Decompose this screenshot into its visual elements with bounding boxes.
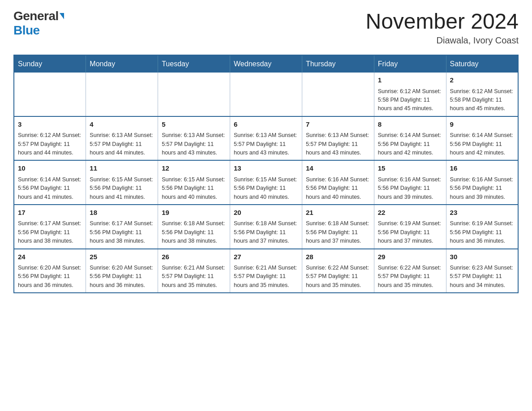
day-number: 8 <box>378 120 442 130</box>
day-info: Sunrise: 6:12 AM Sunset: 5:58 PM Dayligh… <box>378 87 442 113</box>
day-info: Sunrise: 6:12 AM Sunset: 5:57 PM Dayligh… <box>18 131 82 157</box>
day-number: 6 <box>234 120 298 130</box>
day-info: Sunrise: 6:13 AM Sunset: 5:57 PM Dayligh… <box>90 131 154 157</box>
calendar-week-row: 17Sunrise: 6:17 AM Sunset: 5:56 PM Dayli… <box>14 205 518 249</box>
table-row: 28Sunrise: 6:22 AM Sunset: 5:57 PM Dayli… <box>302 249 374 293</box>
table-row: 26Sunrise: 6:21 AM Sunset: 5:57 PM Dayli… <box>158 249 230 293</box>
day-info: Sunrise: 6:23 AM Sunset: 5:57 PM Dayligh… <box>450 264 514 290</box>
day-number: 27 <box>234 252 298 262</box>
table-row: 1Sunrise: 6:12 AM Sunset: 5:58 PM Daylig… <box>374 73 446 116</box>
logo-arrow-icon <box>60 13 64 19</box>
day-number: 2 <box>450 75 514 86</box>
table-row <box>14 73 86 116</box>
day-info: Sunrise: 6:22 AM Sunset: 5:57 PM Dayligh… <box>306 264 370 290</box>
table-row: 8Sunrise: 6:14 AM Sunset: 5:56 PM Daylig… <box>374 116 446 161</box>
month-title: November 2024 <box>365 9 519 34</box>
table-row: 27Sunrise: 6:21 AM Sunset: 5:57 PM Dayli… <box>230 249 302 293</box>
day-number: 3 <box>18 120 82 130</box>
title-area: November 2024 Diawala, Ivory Coast <box>365 9 519 46</box>
day-info: Sunrise: 6:17 AM Sunset: 5:56 PM Dayligh… <box>18 219 82 245</box>
day-info: Sunrise: 6:20 AM Sunset: 5:56 PM Dayligh… <box>18 264 82 290</box>
day-number: 23 <box>450 208 514 218</box>
table-row: 22Sunrise: 6:19 AM Sunset: 5:56 PM Dayli… <box>374 205 446 249</box>
day-info: Sunrise: 6:15 AM Sunset: 5:56 PM Dayligh… <box>162 176 226 201</box>
logo-general-text: General <box>13 9 59 23</box>
table-row: 12Sunrise: 6:15 AM Sunset: 5:56 PM Dayli… <box>158 160 230 205</box>
day-info: Sunrise: 6:18 AM Sunset: 5:56 PM Dayligh… <box>306 219 370 245</box>
table-row <box>302 73 374 116</box>
table-row: 29Sunrise: 6:22 AM Sunset: 5:57 PM Dayli… <box>374 249 446 293</box>
header-wednesday: Wednesday <box>230 55 302 73</box>
day-info: Sunrise: 6:19 AM Sunset: 5:56 PM Dayligh… <box>378 219 442 245</box>
table-row: 7Sunrise: 6:13 AM Sunset: 5:57 PM Daylig… <box>302 116 374 161</box>
header-monday: Monday <box>86 55 158 73</box>
day-info: Sunrise: 6:16 AM Sunset: 5:56 PM Dayligh… <box>378 176 442 201</box>
table-row: 21Sunrise: 6:18 AM Sunset: 5:56 PM Dayli… <box>302 205 374 249</box>
weekday-header-row: Sunday Monday Tuesday Wednesday Thursday… <box>14 55 518 73</box>
header-tuesday: Tuesday <box>158 55 230 73</box>
day-info: Sunrise: 6:15 AM Sunset: 5:56 PM Dayligh… <box>234 176 298 201</box>
calendar-week-row: 3Sunrise: 6:12 AM Sunset: 5:57 PM Daylig… <box>14 116 518 161</box>
calendar-week-row: 10Sunrise: 6:14 AM Sunset: 5:56 PM Dayli… <box>14 160 518 205</box>
day-number: 18 <box>90 208 154 218</box>
day-info: Sunrise: 6:14 AM Sunset: 5:56 PM Dayligh… <box>450 131 514 157</box>
day-number: 7 <box>306 120 370 130</box>
day-info: Sunrise: 6:14 AM Sunset: 5:56 PM Dayligh… <box>378 131 442 157</box>
table-row: 10Sunrise: 6:14 AM Sunset: 5:56 PM Dayli… <box>14 160 86 205</box>
header-sunday: Sunday <box>14 55 86 73</box>
table-row: 11Sunrise: 6:15 AM Sunset: 5:56 PM Dayli… <box>86 160 158 205</box>
day-info: Sunrise: 6:21 AM Sunset: 5:57 PM Dayligh… <box>234 264 298 290</box>
day-info: Sunrise: 6:21 AM Sunset: 5:57 PM Dayligh… <box>162 264 226 290</box>
table-row: 23Sunrise: 6:19 AM Sunset: 5:56 PM Dayli… <box>446 205 518 249</box>
day-info: Sunrise: 6:16 AM Sunset: 5:56 PM Dayligh… <box>450 176 514 201</box>
table-row: 5Sunrise: 6:13 AM Sunset: 5:57 PM Daylig… <box>158 116 230 161</box>
table-row: 20Sunrise: 6:18 AM Sunset: 5:56 PM Dayli… <box>230 205 302 249</box>
day-number: 20 <box>234 208 298 218</box>
day-info: Sunrise: 6:18 AM Sunset: 5:56 PM Dayligh… <box>162 219 226 245</box>
day-number: 19 <box>162 208 226 218</box>
header-thursday: Thursday <box>302 55 374 73</box>
table-row: 16Sunrise: 6:16 AM Sunset: 5:56 PM Dayli… <box>446 160 518 205</box>
day-number: 12 <box>162 163 226 174</box>
day-number: 26 <box>162 252 226 262</box>
day-number: 29 <box>378 252 442 262</box>
day-number: 11 <box>90 163 154 174</box>
day-number: 24 <box>18 252 82 262</box>
logo: General Blue <box>13 9 64 38</box>
day-number: 30 <box>450 252 514 262</box>
table-row: 6Sunrise: 6:13 AM Sunset: 5:57 PM Daylig… <box>230 116 302 161</box>
day-number: 10 <box>18 163 82 174</box>
day-info: Sunrise: 6:20 AM Sunset: 5:56 PM Dayligh… <box>90 264 154 290</box>
table-row <box>230 73 302 116</box>
calendar-table: Sunday Monday Tuesday Wednesday Thursday… <box>13 55 519 293</box>
table-row: 2Sunrise: 6:12 AM Sunset: 5:58 PM Daylig… <box>446 73 518 116</box>
table-row: 25Sunrise: 6:20 AM Sunset: 5:56 PM Dayli… <box>86 249 158 293</box>
table-row: 14Sunrise: 6:16 AM Sunset: 5:56 PM Dayli… <box>302 160 374 205</box>
day-number: 15 <box>378 163 442 174</box>
day-number: 13 <box>234 163 298 174</box>
header-saturday: Saturday <box>446 55 518 73</box>
table-row: 18Sunrise: 6:17 AM Sunset: 5:56 PM Dayli… <box>86 205 158 249</box>
day-number: 17 <box>18 208 82 218</box>
calendar-week-row: 24Sunrise: 6:20 AM Sunset: 5:56 PM Dayli… <box>14 249 518 293</box>
day-number: 25 <box>90 252 154 262</box>
day-info: Sunrise: 6:22 AM Sunset: 5:57 PM Dayligh… <box>378 264 442 290</box>
table-row: 13Sunrise: 6:15 AM Sunset: 5:56 PM Dayli… <box>230 160 302 205</box>
location-label: Diawala, Ivory Coast <box>365 35 519 46</box>
table-row: 15Sunrise: 6:16 AM Sunset: 5:56 PM Dayli… <box>374 160 446 205</box>
day-number: 16 <box>450 163 514 174</box>
day-info: Sunrise: 6:16 AM Sunset: 5:56 PM Dayligh… <box>306 176 370 201</box>
header-friday: Friday <box>374 55 446 73</box>
day-info: Sunrise: 6:15 AM Sunset: 5:56 PM Dayligh… <box>90 176 154 201</box>
page-header: General Blue November 2024 Diawala, Ivor… <box>13 9 519 46</box>
table-row: 9Sunrise: 6:14 AM Sunset: 5:56 PM Daylig… <box>446 116 518 161</box>
day-number: 9 <box>450 120 514 130</box>
day-number: 28 <box>306 252 370 262</box>
day-info: Sunrise: 6:18 AM Sunset: 5:56 PM Dayligh… <box>234 219 298 245</box>
day-number: 4 <box>90 120 154 130</box>
table-row: 3Sunrise: 6:12 AM Sunset: 5:57 PM Daylig… <box>14 116 86 161</box>
table-row: 19Sunrise: 6:18 AM Sunset: 5:56 PM Dayli… <box>158 205 230 249</box>
day-info: Sunrise: 6:13 AM Sunset: 5:57 PM Dayligh… <box>162 131 226 157</box>
day-info: Sunrise: 6:12 AM Sunset: 5:58 PM Dayligh… <box>450 87 514 113</box>
table-row: 24Sunrise: 6:20 AM Sunset: 5:56 PM Dayli… <box>14 249 86 293</box>
